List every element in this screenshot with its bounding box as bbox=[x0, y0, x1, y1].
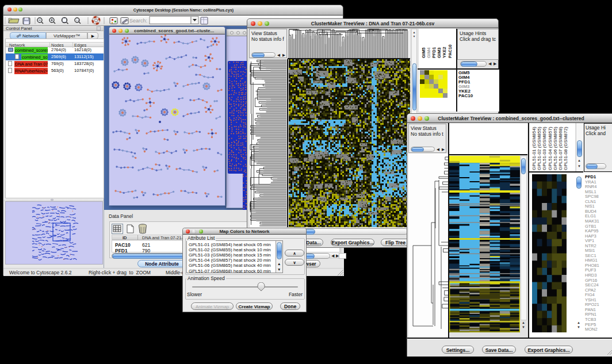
svg-text:1:1: 1:1 bbox=[76, 19, 79, 22]
svg-text:Search:: Search: bbox=[129, 18, 147, 24]
